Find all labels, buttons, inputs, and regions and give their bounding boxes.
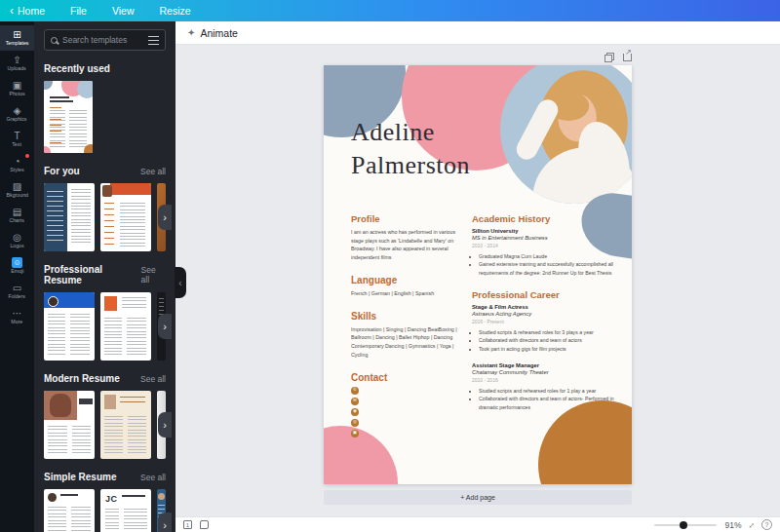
thumb-shape xyxy=(48,296,58,307)
sidebar-item-label: Photos xyxy=(9,92,24,96)
template-thumbnail[interactable] xyxy=(44,489,95,532)
thumb-shape xyxy=(124,509,147,532)
skills-body: Improvisation | Singing | Dancing BeatBo… xyxy=(351,325,460,360)
email-icon: ✉ xyxy=(351,398,359,405)
thumb-shape xyxy=(69,110,87,147)
home-menu-item[interactable]: ‹ Home xyxy=(10,5,45,17)
resume-name[interactable]: Adeline Palmerston xyxy=(351,116,470,182)
thumb-shape xyxy=(105,509,119,532)
template-thumbnail[interactable] xyxy=(44,183,95,251)
logos-icon: ◎ xyxy=(13,233,21,243)
thumb-shape xyxy=(48,493,57,502)
thumb-shape xyxy=(70,314,90,355)
sidebar-item-graphics[interactable]: ◈ Graphics xyxy=(0,101,34,127)
contact-section[interactable]: Contact ✆ ✉ ◉ ◎ ▣ xyxy=(351,372,460,437)
profile-photo[interactable] xyxy=(500,65,632,204)
profile-section[interactable]: Profile I am an actress who has performe… xyxy=(351,213,460,262)
resume-name-line1: Adeline xyxy=(351,116,470,149)
section-header-for-you: For you See all xyxy=(44,166,166,176)
sidebar-item-label: More xyxy=(12,320,23,324)
canvas-area: ‹ ✦ Animate xyxy=(176,21,780,532)
photos-icon: ▣ xyxy=(13,81,21,91)
academic-heading: Academic History xyxy=(472,213,622,224)
job-org: Chalamay Community Theater xyxy=(472,369,622,375)
filter-icon[interactable] xyxy=(148,36,159,45)
panel-collapse-handle[interactable]: ‹ xyxy=(175,267,186,298)
help-icon[interactable]: ? xyxy=(761,519,772,530)
icon-rail: ⊞ Templates ⇪ Uploads ▣ Photos ◈ Graphic… xyxy=(0,21,34,532)
export-page-icon[interactable] xyxy=(623,54,632,61)
scroll-right-chevron[interactable]: › xyxy=(158,412,172,437)
template-thumbnail[interactable] xyxy=(44,391,95,459)
career-entry: Assistant Stage Manager Chalamay Communi… xyxy=(472,362,622,411)
thumb-shape xyxy=(47,191,63,244)
zoom-slider[interactable] xyxy=(654,524,717,526)
see-all-link[interactable]: See all xyxy=(140,374,166,384)
sidebar-item-background[interactable]: ▨ Bkground xyxy=(0,177,34,203)
resize-menu-item[interactable]: Resize xyxy=(160,5,191,17)
template-thumbnail[interactable] xyxy=(100,391,151,459)
for-you-row: › xyxy=(44,183,166,251)
sidebar-item-uploads[interactable]: ⇪ Uploads xyxy=(0,51,34,76)
sidebar-item-templates[interactable]: ⊞ Templates xyxy=(0,25,34,51)
thumb-shape xyxy=(48,426,67,455)
scroll-right-chevron[interactable]: › xyxy=(158,314,172,339)
resume-right-column: Academic History Sillton University MS i… xyxy=(472,213,622,450)
sidebar-item-folders[interactable]: ▭ Folders xyxy=(0,279,34,304)
styles-icon: ◔ xyxy=(14,157,20,167)
sidebar-item-logos[interactable]: ◎ Logos xyxy=(0,228,34,253)
app-window: ‹ Home File View Resize ⊞ Templates ⇪ Up… xyxy=(0,0,780,532)
template-thumbnail[interactable] xyxy=(44,292,95,361)
zoom-slider-knob[interactable] xyxy=(680,521,687,529)
sidebar-item-styles[interactable]: ◔ Styles xyxy=(0,152,34,177)
sidebar-item-emoji[interactable]: ☺ Emoji xyxy=(0,253,34,279)
chevron-right-icon: › xyxy=(163,519,167,531)
skills-section[interactable]: Skills Improvisation | Singing | Dancing… xyxy=(351,311,460,360)
page-number: 1 xyxy=(186,522,189,528)
sidebar-item-label: Bkground xyxy=(6,193,27,198)
scroll-right-chevron[interactable]: › xyxy=(158,205,172,230)
template-thumbnail[interactable] xyxy=(100,292,151,361)
scroll-right-chevron[interactable]: › xyxy=(158,513,172,532)
folders-icon: ▭ xyxy=(13,284,21,293)
sidebar-item-charts[interactable]: ▤ Charts xyxy=(0,203,34,228)
sidebar-item-label: Folders xyxy=(9,294,25,299)
section-title: Recently used xyxy=(44,63,110,74)
template-thumbnail[interactable]: JC xyxy=(100,489,151,532)
job-role: Assistant Stage Manager xyxy=(472,362,622,368)
see-all-link[interactable]: See all xyxy=(141,265,166,285)
animate-button[interactable]: ✦ Animate xyxy=(187,27,238,39)
design-page[interactable]: Adeline Palmerston Profile I am an actre… xyxy=(324,65,632,484)
template-thumbnail[interactable] xyxy=(100,183,151,251)
thumb-shape xyxy=(72,426,91,455)
thumb-shape xyxy=(50,110,65,147)
professional-career-section[interactable]: Professional Career Stage & Film Actress… xyxy=(472,289,622,411)
skills-heading: Skills xyxy=(351,311,460,322)
job-bullets: Studied scripts & rehearsed roles for 3 … xyxy=(472,328,622,353)
see-all-link[interactable]: See all xyxy=(140,473,166,482)
file-menu-item[interactable]: File xyxy=(70,5,87,17)
profile-body: I am an actress who has performed in var… xyxy=(351,228,460,262)
template-thumbnail[interactable] xyxy=(44,81,93,153)
view-menu-item[interactable]: View xyxy=(112,5,135,17)
templates-panel: Recently used For you xyxy=(34,21,176,532)
notes-icon[interactable] xyxy=(200,520,209,529)
charts-icon: ▤ xyxy=(13,208,21,217)
page-manager-icon[interactable]: 1 xyxy=(183,520,192,529)
duplicate-page-icon[interactable] xyxy=(604,53,614,62)
academic-history-section[interactable]: Academic History Sillton University MS i… xyxy=(472,213,622,277)
sidebar-item-text[interactable]: T Text xyxy=(0,127,34,152)
animate-sparkle-icon: ✦ xyxy=(187,27,195,38)
thumb-shape xyxy=(110,183,151,195)
search-box[interactable] xyxy=(44,29,166,51)
section-title: Professional Resume xyxy=(44,264,141,285)
zoom-controls: 91% ↕ ? xyxy=(654,519,772,530)
language-section[interactable]: Language French | German | English | Spa… xyxy=(351,275,460,298)
search-input[interactable] xyxy=(62,35,143,45)
sidebar-item-more[interactable]: ⋯ More xyxy=(0,304,34,329)
see-all-link[interactable]: See all xyxy=(140,167,166,176)
fullscreen-icon[interactable]: ↕ xyxy=(747,519,757,529)
thumb-shape xyxy=(44,146,51,153)
add-page-button[interactable]: + Add page xyxy=(324,490,632,505)
sidebar-item-photos[interactable]: ▣ Photos xyxy=(0,76,34,101)
